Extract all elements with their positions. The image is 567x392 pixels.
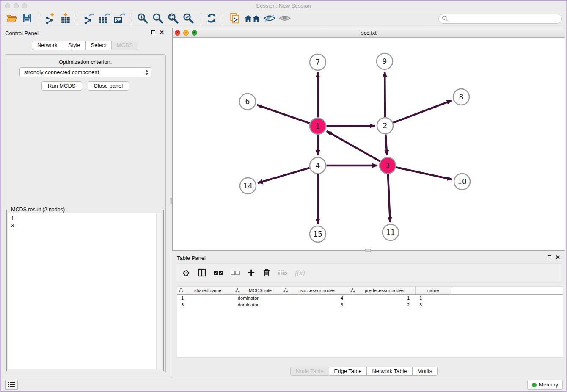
node-9[interactable]: 9 bbox=[377, 53, 393, 69]
tab-network-table[interactable]: Network Table bbox=[366, 367, 412, 376]
refresh-view-button[interactable] bbox=[205, 12, 218, 26]
network-close-icon[interactable]: ✕ bbox=[175, 30, 180, 36]
table-cell[interactable]: 3 bbox=[282, 301, 349, 308]
table-cell[interactable]: dominator bbox=[234, 295, 282, 301]
node-1[interactable]: 1 bbox=[310, 118, 326, 134]
node-14[interactable]: 14 bbox=[240, 178, 256, 194]
node-6[interactable]: 6 bbox=[239, 94, 256, 110]
criterion-select[interactable]: strongly connected component bbox=[19, 67, 151, 77]
first-neighbors-button[interactable] bbox=[243, 12, 261, 26]
edge-1-6[interactable] bbox=[257, 105, 310, 123]
table-cell[interactable]: 3 bbox=[177, 301, 234, 308]
node-10[interactable]: 10 bbox=[454, 174, 470, 190]
node-4[interactable]: 4 bbox=[310, 157, 326, 174]
node-label: 1 bbox=[316, 122, 320, 130]
export-network-button[interactable] bbox=[82, 12, 96, 26]
open-file-button[interactable] bbox=[5, 12, 19, 26]
node-label: 7 bbox=[316, 58, 320, 66]
table-cell[interactable]: dominator bbox=[234, 301, 282, 308]
table-cell[interactable]: 4 bbox=[282, 295, 349, 301]
column-header-MCDS-role[interactable]: MCDS role bbox=[234, 287, 282, 294]
export-image-button[interactable] bbox=[113, 12, 126, 26]
float-panel-icon[interactable] bbox=[151, 30, 155, 34]
tab-motifs[interactable]: Motifs bbox=[412, 367, 438, 376]
delete-column-button[interactable] bbox=[263, 268, 270, 279]
close-window-icon[interactable] bbox=[5, 3, 10, 8]
zoom-in-button[interactable] bbox=[136, 12, 149, 26]
hide-selected-button[interactable] bbox=[263, 12, 276, 26]
node-7[interactable]: 7 bbox=[310, 54, 326, 70]
export-network-icon bbox=[83, 12, 95, 25]
close-panel-icon[interactable]: ✕ bbox=[160, 30, 164, 35]
edge-4-14[interactable] bbox=[258, 168, 309, 183]
table-cell[interactable]: 1 bbox=[416, 295, 451, 301]
delete-table-button[interactable] bbox=[278, 268, 287, 279]
tab-select[interactable]: Select bbox=[85, 41, 112, 50]
node-3[interactable]: 3 bbox=[380, 157, 396, 174]
search-icon bbox=[442, 15, 448, 23]
network-graph[interactable]: 7968124314101511 bbox=[173, 38, 565, 250]
import-network-button[interactable] bbox=[44, 12, 57, 26]
mcds-result-textarea[interactable]: 13 bbox=[8, 213, 162, 369]
tab-style[interactable]: Style bbox=[63, 41, 86, 50]
table-row[interactable]: 3dominator323 bbox=[177, 301, 563, 308]
node-label: 4 bbox=[316, 161, 320, 170]
column-header-shared-name[interactable]: shared name bbox=[177, 287, 234, 294]
show-all-button[interactable] bbox=[278, 12, 292, 26]
gear-icon: ⚙ bbox=[182, 269, 190, 277]
zoom-selected-button[interactable] bbox=[182, 12, 195, 26]
table-settings-button[interactable]: ⚙ bbox=[182, 268, 190, 279]
tab-node-table[interactable]: Node Table bbox=[290, 367, 329, 376]
zoom-fit-button[interactable] bbox=[166, 12, 180, 26]
edge-3-10[interactable] bbox=[396, 167, 452, 179]
column-header-successor-nodes[interactable]: successor nodes bbox=[282, 287, 349, 294]
zoom-window-icon[interactable] bbox=[22, 3, 27, 8]
result-scrollbar[interactable] bbox=[156, 213, 162, 369]
zoom-out-button[interactable] bbox=[151, 12, 165, 26]
table-cell[interactable]: 1 bbox=[177, 295, 234, 301]
memory-button[interactable]: Memory bbox=[527, 380, 563, 390]
table-cell[interactable]: 2 bbox=[349, 301, 416, 308]
tab-mcds[interactable]: MCDS bbox=[111, 41, 138, 50]
divider-grip-icon[interactable] bbox=[170, 198, 172, 204]
node-8[interactable]: 8 bbox=[453, 89, 469, 105]
table-row[interactable]: 1dominator411 bbox=[177, 295, 563, 301]
node-11[interactable]: 11 bbox=[383, 224, 399, 240]
select-all-columns-button[interactable] bbox=[214, 268, 223, 279]
close-panel-button[interactable]: Close panel bbox=[88, 81, 129, 91]
divider-grip-icon[interactable] bbox=[365, 249, 371, 252]
edge-2-3[interactable] bbox=[385, 135, 387, 156]
network-canvas[interactable]: 7968124314101511 bbox=[173, 38, 565, 250]
column-header-name[interactable]: name bbox=[416, 287, 451, 294]
task-history-button[interactable] bbox=[5, 380, 18, 390]
save-session-button[interactable] bbox=[20, 12, 34, 26]
tab-edge-table[interactable]: Edge Table bbox=[329, 367, 367, 376]
export-table-button[interactable] bbox=[97, 12, 111, 26]
import-table-button[interactable] bbox=[59, 12, 72, 26]
edge-2-8[interactable] bbox=[393, 101, 451, 123]
column-header-predecessor-nodes[interactable]: predecessor nodes bbox=[349, 287, 416, 294]
add-column-button[interactable] bbox=[248, 268, 255, 279]
network-minimize-icon[interactable]: − bbox=[183, 30, 189, 36]
edge-3-1[interactable] bbox=[327, 131, 380, 161]
table-cell[interactable]: 3 bbox=[416, 301, 451, 308]
edge-1-2[interactable] bbox=[327, 126, 375, 126]
clone-network-button[interactable] bbox=[228, 12, 242, 26]
float-panel-icon[interactable] bbox=[548, 255, 551, 259]
table-cell[interactable]: 1 bbox=[349, 295, 416, 301]
minimize-window-icon[interactable] bbox=[14, 3, 19, 8]
save-floppy-icon bbox=[22, 13, 33, 25]
apply-function-button[interactable]: f(x) bbox=[295, 268, 305, 279]
edge-2-9[interactable] bbox=[385, 72, 385, 117]
node-2[interactable]: 2 bbox=[377, 118, 393, 134]
search-input[interactable] bbox=[449, 15, 561, 23]
node-15[interactable]: 15 bbox=[310, 226, 326, 242]
deselect-all-columns-button[interactable] bbox=[231, 268, 240, 279]
run-mcds-button[interactable]: Run MCDS bbox=[41, 81, 82, 91]
tab-network[interactable]: Network bbox=[32, 41, 63, 50]
close-panel-icon[interactable]: ✕ bbox=[556, 255, 560, 259]
panel-divider-vertical[interactable] bbox=[169, 27, 172, 378]
toggle-columns-button[interactable] bbox=[198, 268, 206, 279]
network-zoom-icon[interactable]: + bbox=[192, 30, 197, 36]
edge-3-11[interactable] bbox=[388, 174, 390, 223]
